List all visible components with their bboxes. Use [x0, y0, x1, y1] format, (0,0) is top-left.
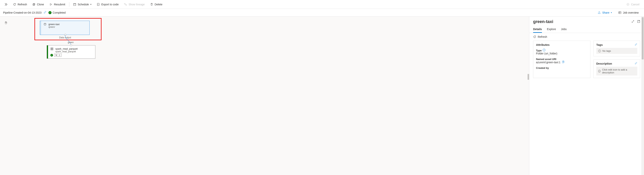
svg-rect-12	[52, 49, 53, 50]
panel-tabs: Details Explore Jobs	[529, 25, 644, 33]
svg-rect-4	[124, 4, 125, 4]
node-subtitle: spark_read_parquet	[55, 50, 78, 53]
expand-button[interactable]	[2, 1, 10, 8]
share-button[interactable]: Share ▾	[595, 11, 614, 14]
share-icon	[598, 11, 601, 14]
panel-refresh-label: Refresh	[538, 35, 547, 38]
version-chip: V | 1	[54, 54, 62, 57]
svg-point-8	[44, 23, 46, 24]
overview-label: Job overview	[623, 11, 639, 14]
panel-title: green-taxi	[533, 19, 553, 24]
panel-scrollbar-track[interactable]	[641, 17, 644, 175]
panel-scrollbar-thumb[interactable]	[642, 17, 644, 59]
chevron-double-right-icon	[4, 3, 8, 6]
clone-label: Clone	[37, 3, 44, 6]
svg-rect-13	[638, 20, 640, 23]
status-success-icon: ✓	[50, 54, 53, 57]
details-panel: green-taxi Details Explore Jobs Refresh …	[529, 17, 644, 175]
cancel-label: Cancel	[631, 3, 640, 6]
status-text: Completed	[53, 11, 66, 14]
export-button[interactable]: Export to code	[94, 1, 121, 8]
svg-rect-5	[126, 5, 126, 5]
tags-heading: Tags	[596, 43, 603, 46]
svg-rect-11	[51, 49, 52, 50]
type-label: Type	[536, 49, 542, 52]
attributes-card: Attributes Type i Folder (uri_folder) Na…	[533, 41, 590, 78]
status-pill: ✓ Completed	[48, 11, 66, 14]
version-number: 1	[59, 54, 60, 56]
node-subtitle: qreen/	[48, 26, 60, 28]
lineage-button: Show lineage	[121, 1, 147, 8]
checkmark-icon: ✓	[48, 11, 52, 14]
info-icon: i	[598, 70, 601, 72]
pan-tool-icon[interactable]	[4, 21, 8, 25]
tab-jobs[interactable]: Jobs	[561, 26, 567, 33]
tab-explore[interactable]: Explore	[547, 26, 556, 33]
panel-refresh-button[interactable]: Refresh	[529, 33, 644, 41]
schedule-button[interactable]: Schedule ▾	[70, 1, 94, 8]
job-overview-button[interactable]: Job overview	[616, 11, 641, 14]
version-letter: V	[56, 54, 57, 56]
delete-label: Delete	[155, 3, 162, 6]
info-icon: i	[598, 50, 601, 52]
svg-rect-2	[74, 4, 76, 6]
refresh-icon	[533, 35, 536, 38]
overview-icon	[618, 11, 622, 14]
clone-button[interactable]: Clone	[30, 1, 47, 8]
node-accent	[47, 45, 48, 59]
tags-empty-row: i No tags	[596, 48, 637, 54]
info-icon[interactable]: i	[543, 49, 546, 51]
cancel-icon	[626, 3, 630, 6]
port-label: Data output	[59, 36, 71, 39]
resubmit-button[interactable]: Resubmit	[47, 1, 68, 8]
tab-details[interactable]: Details	[533, 26, 542, 33]
edit-description-button[interactable]	[634, 62, 637, 65]
refresh-label: Refresh	[18, 3, 27, 6]
svg-rect-14	[562, 61, 564, 63]
lineage-label: Show lineage	[128, 3, 144, 6]
svg-rect-9	[51, 48, 52, 49]
node-title: green-taxi	[48, 23, 60, 26]
description-empty-text: Click edit icon to add a description	[602, 68, 636, 74]
node-spark-read-parquet[interactable]: spark_read_parquet spark_read_parquet ✓ …	[47, 45, 95, 59]
input-port[interactable]	[70, 44, 72, 46]
uri-value: azureml:green-taxi:1	[536, 61, 560, 64]
resubmit-label: Resubmit	[54, 3, 65, 6]
svg-rect-0	[33, 4, 34, 5]
edit-tags-button[interactable]	[634, 43, 637, 46]
node-title: spark_read_parquet	[55, 47, 78, 50]
description-empty-row: i Click edit icon to add a description	[596, 67, 637, 76]
play-icon	[50, 3, 52, 6]
popout-panel-button[interactable]	[637, 20, 640, 24]
main-toolbar: Refresh Clone Resubmit Schedule ▾ Export…	[0, 0, 644, 9]
createdby-label: Created by	[536, 67, 588, 69]
copy-icon[interactable]	[562, 61, 564, 64]
dataset-icon	[44, 23, 46, 26]
refresh-button[interactable]: Refresh	[10, 1, 30, 8]
uri-label: Named asset URI	[536, 58, 588, 61]
expand-panel-button[interactable]	[631, 20, 634, 24]
tags-card: Tags i No tags	[594, 41, 640, 56]
node-green-taxi[interactable]: green-taxi qreen/	[40, 21, 90, 35]
trash-icon	[150, 3, 153, 6]
edge-label: green	[68, 41, 74, 44]
pipeline-name: Pipeline-Created-on-04-13-2023	[3, 11, 42, 14]
type-value: Folder (uri_folder)	[536, 52, 588, 55]
sub-toolbar: Pipeline-Created-on-04-13-2023 ✓ Complet…	[0, 9, 644, 17]
edit-name-button[interactable]	[44, 11, 46, 14]
canvas-scrollbar-thumb[interactable]	[528, 74, 529, 80]
delete-button[interactable]: Delete	[148, 1, 165, 8]
pipeline-canvas[interactable]: green-taxi qreen/ Data output green spar…	[0, 17, 529, 175]
svg-rect-1	[33, 4, 35, 5]
export-label: Export to code	[101, 3, 118, 6]
svg-rect-10	[52, 48, 53, 49]
refresh-icon	[13, 3, 16, 6]
component-icon	[50, 47, 54, 50]
main-area: green-taxi qreen/ Data output green spar…	[0, 17, 644, 175]
share-label: Share	[602, 11, 609, 14]
attributes-heading: Attributes	[536, 43, 588, 46]
svg-rect-7	[619, 12, 621, 14]
calendar-icon	[73, 3, 76, 6]
output-port[interactable]	[64, 34, 66, 36]
cancel-button: Cancel	[624, 1, 642, 8]
